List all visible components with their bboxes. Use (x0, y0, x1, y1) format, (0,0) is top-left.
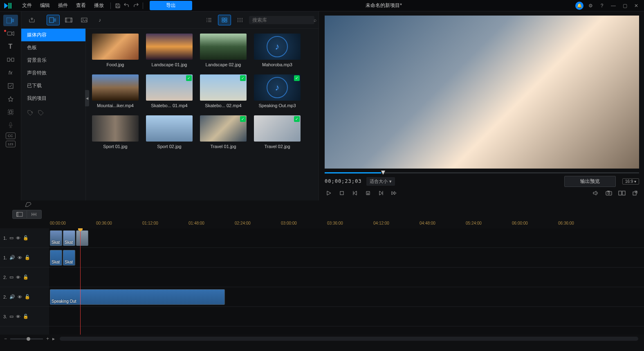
eye-icon[interactable]: 👁 (16, 236, 20, 241)
clip-speaking-out[interactable]: Speaking Out (50, 289, 225, 305)
track-head-a2[interactable]: 2. 🔊 👁 🔓 (0, 287, 49, 307)
help-icon[interactable]: ? (597, 1, 606, 10)
filter-audio-icon[interactable]: ♪ (93, 15, 106, 25)
undo-icon[interactable] (122, 1, 131, 10)
clip-travel[interactable] (76, 230, 88, 246)
media-item[interactable]: Landscape 02.jpg (199, 34, 248, 67)
panel-divider[interactable] (0, 200, 644, 209)
track-head-v3[interactable]: 3. ▭ 👁 🔓 (0, 307, 49, 326)
tag-icons[interactable] (21, 105, 85, 122)
menu-view[interactable]: 查看 (72, 0, 90, 11)
tag-add-icon[interactable] (27, 110, 34, 117)
lane-a1[interactable]: Skat Skat (49, 248, 644, 268)
snapshot-icon[interactable] (605, 189, 613, 197)
search-input[interactable] (252, 17, 314, 23)
stop-icon[interactable] (338, 189, 346, 197)
sidebar-item-sound-fx[interactable]: 声音特效 (21, 67, 85, 79)
h-scrollbar[interactable] (60, 337, 638, 341)
next-frame-icon[interactable] (377, 189, 385, 197)
preview-canvas[interactable] (325, 16, 639, 169)
lock-icon[interactable]: 🔓 (23, 274, 29, 280)
close-icon[interactable]: ✕ (632, 1, 641, 10)
menu-play[interactable]: 播放 (90, 0, 108, 11)
tl-view-icon[interactable] (12, 210, 27, 219)
media-item[interactable]: ✓Travel 01.jpg (199, 115, 248, 149)
lane-a2[interactable]: Speaking Out (49, 287, 644, 307)
rail-record-icon[interactable] (3, 28, 18, 39)
rail-fx-icon[interactable]: fx (3, 67, 18, 79)
search-box[interactable]: ⌕ (249, 16, 314, 24)
timeline-tracks[interactable]: Skat Skat Skat Skat Speaking Out (49, 228, 644, 335)
fast-forward-icon[interactable] (390, 189, 398, 197)
output-preview-button[interactable]: 输出预览 (564, 176, 616, 187)
save-icon[interactable] (113, 1, 122, 10)
rail-particle-icon[interactable] (3, 93, 18, 105)
filter-video-icon[interactable] (62, 15, 75, 25)
search-icon[interactable]: ⌕ (314, 17, 316, 23)
tl-markers-icon[interactable] (27, 210, 42, 219)
eye-icon[interactable]: 👁 (18, 255, 22, 260)
play-icon[interactable] (325, 189, 333, 197)
sidebar-item-media-content[interactable]: 媒体内容 (21, 29, 85, 41)
menu-edit[interactable]: 编辑 (36, 0, 54, 11)
media-item[interactable]: Food.jpg (91, 34, 140, 67)
rail-mic-icon[interactable] (3, 119, 18, 131)
zoom-out-icon[interactable]: − (4, 336, 7, 342)
aspect-ratio[interactable]: 16:9 ▾ (622, 178, 639, 184)
lock-icon[interactable]: 🔓 (25, 255, 30, 260)
lane-v3[interactable] (49, 307, 644, 326)
lane-v1[interactable]: Skat Skat (49, 228, 644, 248)
redo-icon[interactable] (131, 1, 140, 10)
media-item[interactable]: Sport 01.jpg (91, 115, 140, 149)
zoom-fit-icon[interactable]: ▸ (52, 336, 55, 342)
rail-overlay-icon[interactable] (3, 80, 18, 92)
eye-icon[interactable]: 👁 (16, 314, 20, 319)
media-item[interactable]: ✓Travel 02.jpg (253, 115, 302, 149)
eye-icon[interactable]: 👁 (18, 295, 22, 299)
media-item[interactable]: ✓Skatebo... 02.mp4 (199, 74, 248, 108)
zoom-slider[interactable] (10, 338, 43, 340)
tag-remove-icon[interactable] (38, 110, 45, 117)
popout-icon[interactable] (631, 189, 639, 197)
snapshot-export-icon[interactable] (364, 189, 372, 197)
timeline-ruler[interactable]: 00:00:0000:36:0001:12:0001:48:0002:24:00… (0, 220, 644, 228)
clip-audio-skat-1[interactable]: Skat (50, 250, 62, 266)
rail-chapter-icon[interactable]: 123 (6, 141, 16, 147)
track-head-v1[interactable]: 1. ▭ 👁 🔓 (0, 228, 49, 248)
zoom-in-icon[interactable]: + (46, 336, 49, 342)
export-button[interactable]: 导出 (150, 1, 192, 10)
notifications-icon[interactable]: 🔔 (575, 2, 583, 10)
filter-media-icon[interactable] (47, 15, 60, 25)
playhead[interactable] (80, 228, 81, 335)
lock-icon[interactable]: 🔓 (23, 235, 29, 241)
preview-seek[interactable] (325, 169, 639, 174)
eraser-icon[interactable] (25, 202, 32, 207)
sidebar-item-color-boards[interactable]: 色板 (21, 41, 85, 54)
collapse-handle-icon[interactable]: ◀ (85, 90, 89, 106)
settings-icon[interactable]: ⚙ (586, 1, 595, 10)
maximize-icon[interactable]: ▢ (620, 1, 629, 10)
media-item[interactable]: ♪✓Speaking Out.mp3 (253, 74, 302, 108)
rail-transition-icon[interactable] (3, 54, 18, 65)
view-detail-icon[interactable] (233, 15, 247, 25)
view-grid-icon[interactable] (218, 15, 231, 25)
view-list-icon[interactable] (202, 15, 215, 25)
menu-file[interactable]: 文件 (18, 0, 36, 11)
track-head-a1[interactable]: 1. 🔊 👁 🔓 (0, 248, 49, 268)
eye-icon[interactable]: 👁 (16, 275, 20, 280)
sidebar-item-bg-music[interactable]: 背景音乐 (21, 54, 85, 67)
sidebar-item-my-projects[interactable]: 我的项目 (21, 92, 85, 105)
media-item[interactable]: ✓Skatebo... 01.mp4 (145, 74, 194, 108)
media-item[interactable]: ♪Mahoroba.mp3 (253, 34, 302, 67)
media-item[interactable]: Mountai...iker.mp4 (91, 74, 140, 108)
fit-select[interactable]: 适合大小▾ (366, 177, 395, 186)
filter-image-icon[interactable] (78, 15, 91, 25)
prev-frame-icon[interactable] (351, 189, 359, 197)
rail-text-icon[interactable]: T (3, 41, 18, 52)
lock-icon[interactable]: 🔓 (25, 294, 30, 299)
minimize-icon[interactable]: — (609, 1, 618, 10)
import-icon[interactable] (25, 15, 38, 25)
volume-icon[interactable] (592, 189, 600, 197)
rail-template-icon[interactable] (3, 106, 18, 118)
menu-plugin[interactable]: 插件 (54, 0, 72, 11)
